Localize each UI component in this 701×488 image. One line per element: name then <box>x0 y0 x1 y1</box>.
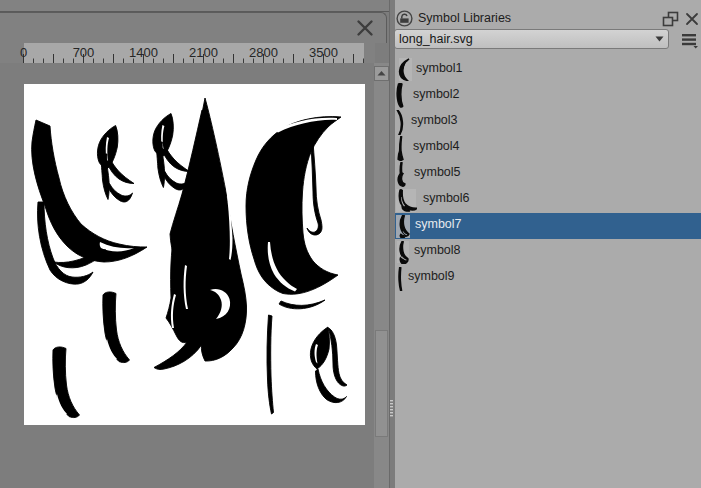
svg-text:1400: 1400 <box>129 45 158 60</box>
svg-text:2100: 2100 <box>189 45 218 60</box>
svg-text:700: 700 <box>73 45 95 60</box>
svg-text:0: 0 <box>20 45 27 60</box>
svg-text:2800: 2800 <box>249 45 278 60</box>
svg-text:3500: 3500 <box>309 45 338 60</box>
